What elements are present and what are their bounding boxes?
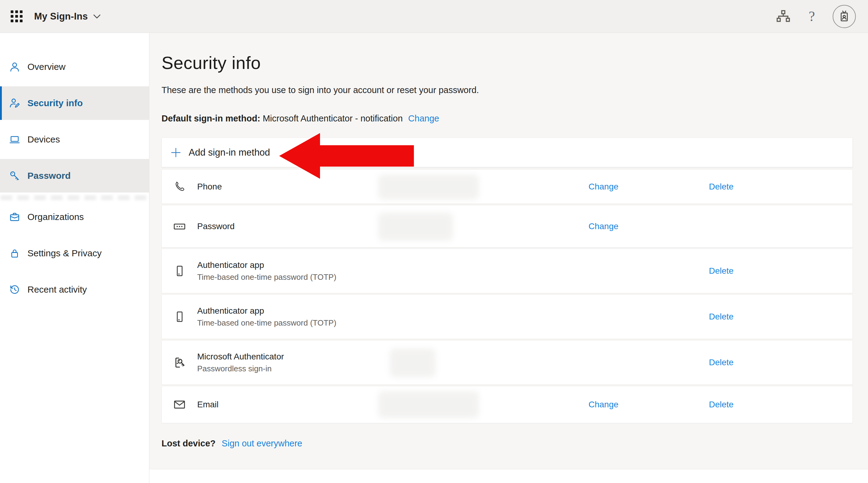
add-signin-method-button[interactable]: Add sign-in method <box>161 138 853 167</box>
change-link[interactable]: Change <box>589 182 618 192</box>
page-bottom-strip <box>149 469 868 483</box>
password-dots-icon <box>172 219 187 233</box>
default-signin-value: Microsoft Authenticator - notification <box>263 114 403 123</box>
default-signin-change-link[interactable]: Change <box>408 114 439 123</box>
laptop-icon <box>6 134 23 145</box>
default-signin-label: Default sign-in method: <box>161 114 260 123</box>
app-launcher-icon[interactable] <box>10 10 23 23</box>
sidebar-item-settings-privacy[interactable]: Settings & Privacy <box>0 236 149 270</box>
change-link[interactable]: Change <box>589 222 618 231</box>
method-row-authenticator-app: Authenticator app Time-based one-time pa… <box>161 294 853 339</box>
method-title: Authenticator app <box>197 260 337 270</box>
method-row-password: Password Change <box>161 205 853 248</box>
help-glyph: ? <box>809 8 815 24</box>
sidebar-item-recent-activity[interactable]: Recent activity <box>0 273 149 306</box>
method-subtitle: Time-based one-time password (TOTP) <box>197 318 337 328</box>
page-title: Security info <box>161 53 868 73</box>
account-avatar[interactable] <box>833 5 856 28</box>
method-title: Password <box>197 222 235 231</box>
authenticator-key-icon <box>172 356 187 369</box>
sidebar-item-security-info[interactable]: Security info <box>0 86 149 120</box>
briefcase-icon <box>6 211 23 223</box>
method-subtitle: Passwordless sign-in <box>197 364 284 373</box>
sidebar-item-devices[interactable]: Devices <box>0 123 149 156</box>
smartphone-icon <box>172 310 187 323</box>
sidebar-item-password[interactable]: Password <box>0 159 149 193</box>
sidebar-item-label: Overview <box>27 62 65 72</box>
person-icon <box>6 61 23 73</box>
key-icon <box>6 170 23 181</box>
sidebar-item-label: Organizations <box>27 212 84 222</box>
sidebar-item-label: Security info <box>27 98 83 108</box>
person-edit-icon <box>6 97 23 109</box>
sidebar-item-label: Settings & Privacy <box>27 248 101 258</box>
page-description: These are the methods you use to sign in… <box>161 85 868 95</box>
method-row-microsoft-authenticator: Microsoft Authenticator Passwordless sig… <box>161 340 853 385</box>
sidebar-item-label: Password <box>27 171 71 181</box>
method-row-text: Phone <box>197 182 222 192</box>
add-signin-method-label: Add sign-in method <box>189 147 270 158</box>
delete-link[interactable]: Delete <box>709 312 734 321</box>
sidebar-item-label: Devices <box>27 134 60 145</box>
method-row-text: Authenticator app Time-based one-time pa… <box>197 306 337 328</box>
signin-methods-card: Add sign-in method Phone Change Delete <box>161 138 853 423</box>
lost-device-label: Lost device? <box>161 438 215 448</box>
method-row-text: Microsoft Authenticator Passwordless sig… <box>197 352 284 373</box>
phone-handset-icon <box>172 180 187 194</box>
change-link[interactable]: Change <box>589 400 618 409</box>
delete-link[interactable]: Delete <box>709 182 734 192</box>
default-signin-line: Default sign-in method: Microsoft Authen… <box>161 114 868 123</box>
method-rows: Phone Change Delete <box>161 169 853 423</box>
main-content: Security info These are the methods you … <box>149 33 868 483</box>
app-title[interactable]: My Sign-Ins <box>34 11 88 22</box>
redacted-value <box>378 391 479 418</box>
envelope-icon <box>172 398 187 411</box>
redacted-value <box>390 348 436 377</box>
plus-icon <box>170 146 182 159</box>
sidebar-item-label: Recent activity <box>27 284 87 295</box>
method-subtitle: Time-based one-time password (TOTP) <box>197 273 337 282</box>
chevron-down-icon[interactable] <box>93 13 101 20</box>
method-row-text: Email <box>197 400 219 409</box>
sidebar-item-organizations[interactable]: Organizations <box>0 200 149 234</box>
delete-link[interactable]: Delete <box>709 266 734 276</box>
sign-out-everywhere-link[interactable]: Sign out everywhere <box>222 438 302 448</box>
delete-link[interactable]: Delete <box>709 400 734 409</box>
redacted-value <box>378 174 479 200</box>
lost-device-line: Lost device? Sign out everywhere <box>161 438 868 449</box>
method-title: Phone <box>197 182 222 192</box>
smartphone-icon <box>172 264 187 278</box>
method-row-authenticator-app: Authenticator app Time-based one-time pa… <box>161 249 853 293</box>
method-row-phone: Phone Change Delete <box>161 169 853 204</box>
method-row-text: Password <box>197 222 235 231</box>
help-icon[interactable]: ? <box>809 8 815 24</box>
redacted-value <box>378 213 453 241</box>
lock-icon <box>6 248 23 259</box>
history-icon <box>6 284 23 295</box>
redacted-sidebar-strip <box>1 195 148 200</box>
organization-switcher-icon[interactable] <box>775 8 791 24</box>
method-row-email: Email Change Delete <box>161 386 853 423</box>
sidebar-nav: Overview Security info Devices <box>0 33 149 483</box>
id-badge-icon <box>837 9 851 24</box>
method-title: Email <box>197 400 219 409</box>
method-title: Microsoft Authenticator <box>197 352 284 362</box>
method-title: Authenticator app <box>197 306 337 316</box>
method-row-text: Authenticator app Time-based one-time pa… <box>197 260 337 282</box>
top-bar: My Sign-Ins ? <box>0 0 868 33</box>
delete-link[interactable]: Delete <box>709 358 734 367</box>
sidebar-item-overview[interactable]: Overview <box>0 50 149 84</box>
